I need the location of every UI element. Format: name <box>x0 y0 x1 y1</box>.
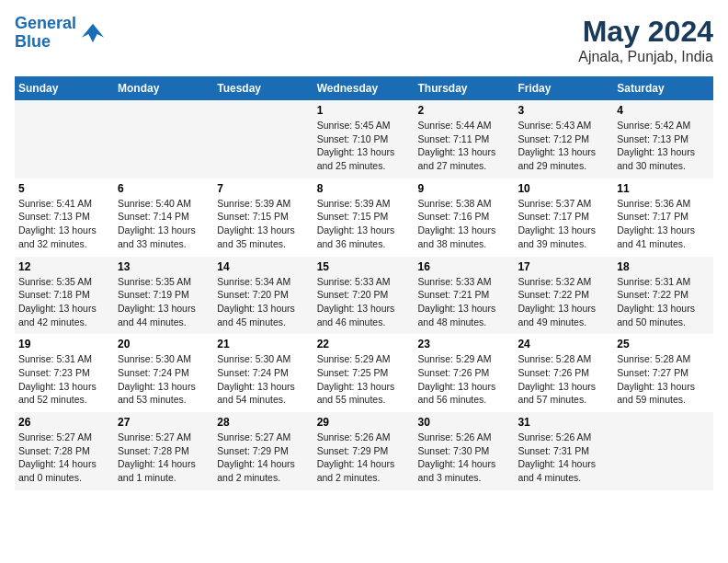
calendar-row: 1Sunrise: 5:45 AM Sunset: 7:10 PM Daylig… <box>15 100 713 178</box>
day-number: 31 <box>518 416 609 429</box>
calendar-cell: 3Sunrise: 5:43 AM Sunset: 7:12 PM Daylig… <box>514 100 613 178</box>
calendar-cell: 22Sunrise: 5:29 AM Sunset: 7:25 PM Dayli… <box>313 334 415 412</box>
day-number: 2 <box>418 104 511 117</box>
calendar-cell: 19Sunrise: 5:31 AM Sunset: 7:23 PM Dayli… <box>15 334 114 412</box>
day-info: Sunrise: 5:33 AM Sunset: 7:21 PM Dayligh… <box>418 275 511 329</box>
day-number: 7 <box>217 182 309 195</box>
day-info: Sunrise: 5:34 AM Sunset: 7:20 PM Dayligh… <box>217 275 309 329</box>
day-number: 10 <box>518 182 609 195</box>
day-number: 12 <box>18 260 110 273</box>
day-info: Sunrise: 5:39 AM Sunset: 7:15 PM Dayligh… <box>217 197 309 251</box>
calendar-row: 5Sunrise: 5:41 AM Sunset: 7:13 PM Daylig… <box>15 178 713 257</box>
location-title: Ajnala, Punjab, India <box>578 49 713 65</box>
month-title: May 2024 <box>578 15 713 49</box>
day-info: Sunrise: 5:27 AM Sunset: 7:28 PM Dayligh… <box>18 431 110 485</box>
calendar-cell: 9Sunrise: 5:38 AM Sunset: 7:16 PM Daylig… <box>415 178 515 257</box>
calendar-cell: 28Sunrise: 5:27 AM Sunset: 7:29 PM Dayli… <box>213 412 313 490</box>
day-info: Sunrise: 5:30 AM Sunset: 7:24 PM Dayligh… <box>217 352 309 407</box>
calendar-cell: 13Sunrise: 5:35 AM Sunset: 7:19 PM Dayli… <box>114 257 213 335</box>
day-info: Sunrise: 5:28 AM Sunset: 7:27 PM Dayligh… <box>617 352 710 407</box>
col-wednesday: Wednesday <box>313 76 415 100</box>
day-number: 1 <box>317 104 411 117</box>
day-info: Sunrise: 5:27 AM Sunset: 7:29 PM Dayligh… <box>217 431 309 485</box>
calendar-cell: 14Sunrise: 5:34 AM Sunset: 7:20 PM Dayli… <box>213 257 313 335</box>
calendar-cell: 8Sunrise: 5:39 AM Sunset: 7:15 PM Daylig… <box>313 178 415 257</box>
calendar-cell: 6Sunrise: 5:40 AM Sunset: 7:14 PM Daylig… <box>114 178 213 257</box>
logo-bird-icon <box>80 20 106 46</box>
calendar-cell: 10Sunrise: 5:37 AM Sunset: 7:17 PM Dayli… <box>514 178 613 257</box>
header-row: Sunday Monday Tuesday Wednesday Thursday… <box>15 76 713 100</box>
calendar-cell: 29Sunrise: 5:26 AM Sunset: 7:29 PM Dayli… <box>313 412 415 490</box>
day-number: 4 <box>617 104 710 117</box>
calendar-cell <box>15 100 114 178</box>
day-info: Sunrise: 5:41 AM Sunset: 7:13 PM Dayligh… <box>18 197 110 251</box>
day-info: Sunrise: 5:38 AM Sunset: 7:16 PM Dayligh… <box>418 197 511 251</box>
day-number: 9 <box>418 182 511 195</box>
day-info: Sunrise: 5:44 AM Sunset: 7:11 PM Dayligh… <box>418 119 511 173</box>
day-number: 27 <box>118 416 210 429</box>
day-number: 5 <box>18 182 110 195</box>
day-info: Sunrise: 5:43 AM Sunset: 7:12 PM Dayligh… <box>518 119 609 173</box>
day-info: Sunrise: 5:31 AM Sunset: 7:23 PM Dayligh… <box>18 352 110 407</box>
day-number: 19 <box>18 338 110 350</box>
day-info: Sunrise: 5:37 AM Sunset: 7:17 PM Dayligh… <box>518 197 609 251</box>
calendar-cell <box>114 100 213 178</box>
calendar-cell: 24Sunrise: 5:28 AM Sunset: 7:26 PM Dayli… <box>514 334 613 412</box>
calendar-row: 19Sunrise: 5:31 AM Sunset: 7:23 PM Dayli… <box>15 334 713 412</box>
logo: GeneralBlue <box>15 15 106 52</box>
day-number: 25 <box>617 338 710 350</box>
day-number: 22 <box>317 338 411 350</box>
calendar-cell <box>613 412 713 490</box>
calendar-table: Sunday Monday Tuesday Wednesday Thursday… <box>15 76 713 490</box>
day-number: 3 <box>518 104 609 117</box>
calendar-cell: 2Sunrise: 5:44 AM Sunset: 7:11 PM Daylig… <box>415 100 515 178</box>
day-number: 8 <box>317 182 411 195</box>
day-number: 24 <box>518 338 609 350</box>
col-thursday: Thursday <box>415 76 515 100</box>
svg-marker-0 <box>82 24 104 43</box>
day-number: 28 <box>217 416 309 429</box>
calendar-row: 12Sunrise: 5:35 AM Sunset: 7:18 PM Dayli… <box>15 257 713 335</box>
day-info: Sunrise: 5:27 AM Sunset: 7:28 PM Dayligh… <box>118 431 210 485</box>
calendar-cell: 15Sunrise: 5:33 AM Sunset: 7:20 PM Dayli… <box>313 257 415 335</box>
day-number: 16 <box>418 260 511 273</box>
calendar-cell: 20Sunrise: 5:30 AM Sunset: 7:24 PM Dayli… <box>114 334 213 412</box>
col-sunday: Sunday <box>15 76 114 100</box>
day-info: Sunrise: 5:40 AM Sunset: 7:14 PM Dayligh… <box>118 197 210 251</box>
day-info: Sunrise: 5:29 AM Sunset: 7:25 PM Dayligh… <box>317 352 411 407</box>
calendar-cell <box>213 100 313 178</box>
calendar-cell: 4Sunrise: 5:42 AM Sunset: 7:13 PM Daylig… <box>613 100 713 178</box>
col-tuesday: Tuesday <box>213 76 313 100</box>
calendar-cell: 30Sunrise: 5:26 AM Sunset: 7:30 PM Dayli… <box>415 412 515 490</box>
col-saturday: Saturday <box>613 76 713 100</box>
day-info: Sunrise: 5:36 AM Sunset: 7:17 PM Dayligh… <box>617 197 710 251</box>
page-header: GeneralBlue May 2024 Ajnala, Punjab, Ind… <box>15 15 713 65</box>
day-info: Sunrise: 5:39 AM Sunset: 7:15 PM Dayligh… <box>317 197 411 251</box>
day-info: Sunrise: 5:35 AM Sunset: 7:18 PM Dayligh… <box>18 275 110 329</box>
day-number: 30 <box>418 416 511 429</box>
day-info: Sunrise: 5:45 AM Sunset: 7:10 PM Dayligh… <box>317 119 411 173</box>
logo-text: GeneralBlue <box>15 15 76 52</box>
calendar-row: 26Sunrise: 5:27 AM Sunset: 7:28 PM Dayli… <box>15 412 713 490</box>
calendar-cell: 1Sunrise: 5:45 AM Sunset: 7:10 PM Daylig… <box>313 100 415 178</box>
calendar-cell: 12Sunrise: 5:35 AM Sunset: 7:18 PM Dayli… <box>15 257 114 335</box>
day-number: 18 <box>617 260 710 273</box>
calendar-cell: 5Sunrise: 5:41 AM Sunset: 7:13 PM Daylig… <box>15 178 114 257</box>
col-friday: Friday <box>514 76 613 100</box>
calendar-cell: 17Sunrise: 5:32 AM Sunset: 7:22 PM Dayli… <box>514 257 613 335</box>
calendar-cell: 31Sunrise: 5:26 AM Sunset: 7:31 PM Dayli… <box>514 412 613 490</box>
day-number: 29 <box>317 416 411 429</box>
day-info: Sunrise: 5:28 AM Sunset: 7:26 PM Dayligh… <box>518 352 609 407</box>
day-number: 20 <box>118 338 210 350</box>
day-number: 23 <box>418 338 511 350</box>
title-block: May 2024 Ajnala, Punjab, India <box>578 15 713 65</box>
day-number: 17 <box>518 260 609 273</box>
calendar-cell: 18Sunrise: 5:31 AM Sunset: 7:22 PM Dayli… <box>613 257 713 335</box>
day-info: Sunrise: 5:26 AM Sunset: 7:30 PM Dayligh… <box>418 431 511 485</box>
day-number: 14 <box>217 260 309 273</box>
day-info: Sunrise: 5:26 AM Sunset: 7:29 PM Dayligh… <box>317 431 411 485</box>
day-number: 11 <box>617 182 710 195</box>
calendar-cell: 11Sunrise: 5:36 AM Sunset: 7:17 PM Dayli… <box>613 178 713 257</box>
day-info: Sunrise: 5:29 AM Sunset: 7:26 PM Dayligh… <box>418 352 511 407</box>
day-info: Sunrise: 5:33 AM Sunset: 7:20 PM Dayligh… <box>317 275 411 329</box>
